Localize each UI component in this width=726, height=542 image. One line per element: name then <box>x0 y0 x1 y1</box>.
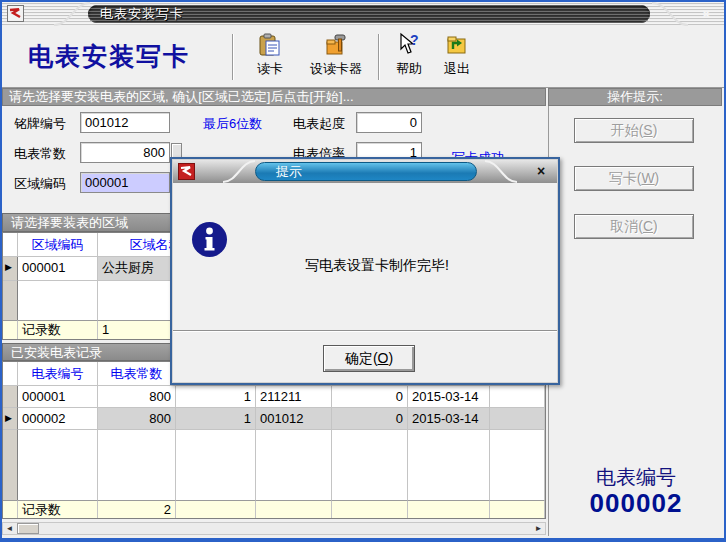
nameplate-hint: 最后6位数 <box>203 115 262 133</box>
scrollbar-thumb[interactable] <box>17 523 39 534</box>
ok-button[interactable]: 确定(O) <box>323 345 415 372</box>
region-cell-code[interactable]: 000001 <box>18 257 98 281</box>
footer-marker <box>3 320 18 340</box>
footer-cell <box>176 500 256 519</box>
region-record-count-label: 记录数 <box>18 320 98 340</box>
cell-extra <box>490 408 545 430</box>
cell-start[interactable]: 0 <box>332 386 408 408</box>
horizontal-scrollbar[interactable]: ◄ ► <box>2 522 546 535</box>
reader-setup-label: 设读卡器 <box>310 60 362 78</box>
cell-start[interactable]: 0 <box>332 408 408 430</box>
window-title-pill: 电表安装写卡 <box>88 5 650 23</box>
titlebar-swoosh-right <box>652 2 688 26</box>
meter-col-constant[interactable]: 电表常数 <box>98 362 176 386</box>
scroll-left-icon[interactable]: ◄ <box>3 523 16 534</box>
instruction-bar: 请先选择要安装电表的区域, 确认[区域已选定]后点击[开始]... <box>2 88 546 106</box>
cancel-button[interactable]: 取消(C) <box>574 214 694 239</box>
toolbar-separator-2 <box>378 34 380 80</box>
meters-record-count-label: 记录数 <box>18 500 98 519</box>
cell-date[interactable]: 2015-03-14 <box>408 386 490 408</box>
meters-grid-filler <box>3 430 545 500</box>
cell-nameplate[interactable]: 001012 <box>256 408 332 430</box>
dialog-title-pill: 提示 <box>255 162 477 181</box>
help-button[interactable]: ? 帮助 <box>386 30 432 86</box>
dialog-separator <box>173 330 557 332</box>
region-col-code[interactable]: 区域编码 <box>18 233 98 257</box>
side-panel-title: 操作提示: <box>548 88 722 106</box>
row-marker <box>3 386 18 408</box>
filler-cell <box>332 430 408 500</box>
start-reading-input[interactable]: 0 <box>356 112 422 133</box>
cell-nameplate[interactable]: 211211 <box>256 386 332 408</box>
dialog-swoosh-right <box>485 160 517 183</box>
footer-cell <box>256 500 332 519</box>
read-card-icon <box>257 32 283 58</box>
region-code-label: 区域编码 <box>14 175 66 193</box>
nameplate-input[interactable]: 001012 <box>80 112 170 133</box>
reader-setup-icon <box>323 32 349 58</box>
scroll-right-icon[interactable]: ► <box>532 523 545 534</box>
titlebar: 电表安装写卡 × <box>2 2 724 26</box>
help-icon: ? <box>396 32 422 58</box>
help-label: 帮助 <box>396 60 422 78</box>
row-marker-icon: ▶ <box>3 257 18 281</box>
footer-marker <box>3 500 18 519</box>
read-card-button[interactable]: 读卡 <box>242 30 298 86</box>
footer-cell <box>332 500 408 519</box>
dialog-body: 写电表设置卡制作完毕! 确定(O) <box>173 183 557 382</box>
filler-cell <box>256 430 332 500</box>
dialog-titlebar: 提示 × <box>173 160 557 183</box>
constant-input[interactable]: 800 <box>80 142 170 163</box>
titlebar-swoosh <box>54 2 90 26</box>
info-icon <box>191 221 228 258</box>
close-icon[interactable]: × <box>698 6 714 22</box>
filler-cell <box>18 430 98 500</box>
filler-cell <box>408 430 490 500</box>
meter-number-value: 000002 <box>549 488 723 519</box>
app-logo-icon <box>7 5 24 22</box>
cell-ratio[interactable]: 1 <box>176 386 256 408</box>
constant-label: 电表常数 <box>14 145 66 163</box>
cell-constant[interactable]: 800 <box>98 386 176 408</box>
toolbar-separator <box>232 34 234 80</box>
nameplate-label: 铭牌编号 <box>14 115 66 133</box>
dialog-swoosh <box>223 160 255 183</box>
app-window: 电表安装写卡 × 电表安装写卡 读卡 <box>0 0 726 542</box>
filler-cell <box>490 430 545 500</box>
filler-cell <box>176 430 256 500</box>
dialog-message: 写电表设置卡制作完毕! <box>305 257 449 275</box>
exit-button[interactable]: 退出 <box>434 30 480 86</box>
reader-setup-button[interactable]: 设读卡器 <box>298 30 374 86</box>
write-card-button[interactable]: 写卡(W) <box>574 166 694 191</box>
meters-record-count-value: 2 <box>98 500 176 519</box>
read-card-label: 读卡 <box>257 60 283 78</box>
dialog-close-icon[interactable]: × <box>533 163 549 179</box>
filler-marker <box>3 281 18 320</box>
filler-cell <box>98 430 176 500</box>
cell-meter-number[interactable]: 000001 <box>18 386 98 408</box>
header-marker-cell <box>3 233 18 257</box>
region-code-input[interactable]: 000001 <box>80 172 170 193</box>
table-row[interactable]: ▶ 000002 800 1 001012 0 2015-03-14 <box>3 408 545 430</box>
filler-cell <box>18 281 98 320</box>
dialog-logo-icon <box>178 163 195 180</box>
message-dialog: 提示 × 写电表设置卡制作完毕! 确定(O) <box>170 157 560 385</box>
window-title: 电表安装写卡 <box>100 6 184 21</box>
cell-meter-number[interactable]: 000002 <box>18 408 98 430</box>
cell-date[interactable]: 2015-03-14 <box>408 408 490 430</box>
svg-text:?: ? <box>410 32 419 48</box>
table-row[interactable]: 000001 800 1 211211 0 2015-03-14 <box>3 386 545 408</box>
meter-col-number[interactable]: 电表编号 <box>18 362 98 386</box>
meters-grid-footer: 记录数 2 <box>3 500 545 519</box>
start-button[interactable]: 开始(S) <box>574 118 694 143</box>
cell-ratio[interactable]: 1 <box>176 408 256 430</box>
footer-cell <box>408 500 490 519</box>
exit-icon <box>444 32 470 58</box>
row-marker-icon: ▶ <box>3 408 18 430</box>
side-panel: 开始(S) 写卡(W) 取消(C) 电表编号 000002 <box>548 106 722 536</box>
cell-extra <box>490 386 545 408</box>
meter-number-label: 电表编号 <box>549 464 723 491</box>
exit-label: 退出 <box>444 60 470 78</box>
cell-constant[interactable]: 800 <box>98 408 176 430</box>
header-marker-cell <box>3 362 18 386</box>
